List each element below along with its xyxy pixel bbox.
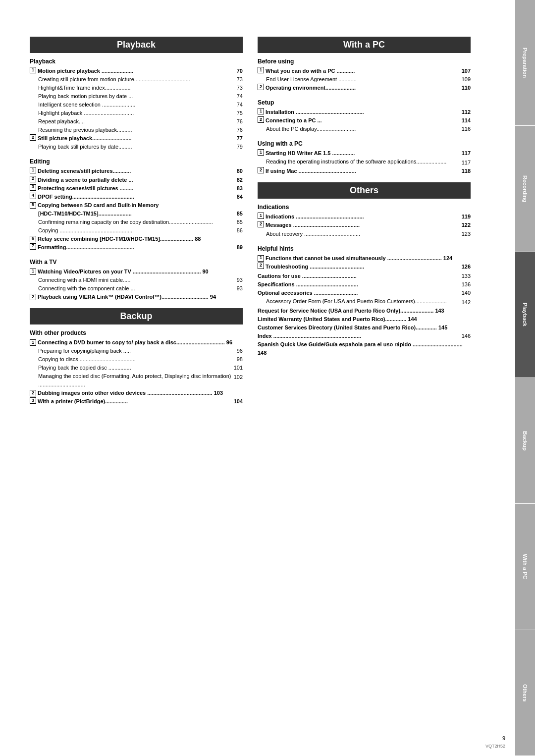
entry-printer: 3 With a printer (PictBridge)...........… xyxy=(30,397,243,406)
entry-resuming: Resuming the previous playback..........… xyxy=(38,126,243,134)
num-tv1: 1 xyxy=(30,269,36,275)
num-h1: 1 xyxy=(258,255,264,262)
num-e7: 7 xyxy=(30,243,36,250)
page-number: 9 xyxy=(502,735,505,741)
entry-request-service: Request for Service Notice (USA and Puer… xyxy=(258,307,471,315)
num-e1: 1 xyxy=(30,167,36,173)
tab-others[interactable]: Others xyxy=(515,630,535,756)
num-i1: 1 xyxy=(258,213,264,219)
tab-others-label: Others xyxy=(522,684,528,702)
entry-hd-writer: 1 Starting HD Writer AE 1.5 ............… xyxy=(258,149,471,158)
entry-repeat: Repeat playback.... 76 xyxy=(38,117,243,126)
entry-indications: 1 Indications ..........................… xyxy=(258,213,471,221)
tab-backup-label: Backup xyxy=(522,431,528,451)
entry-still-by-date: Playing back still pictures by date.....… xyxy=(38,143,243,151)
entry-connecting-pc: 2 Connecting to a PC ... 114 xyxy=(258,116,471,125)
entry-highlight-pb: Highlight playback .....................… xyxy=(38,109,243,117)
num-pc2: 2 xyxy=(258,84,264,90)
others-section: Others Indications 1 Indications .......… xyxy=(258,182,471,357)
tab-playback[interactable]: Playback xyxy=(515,252,535,378)
entry-playing-copied: Playing back the copied disc ...........… xyxy=(38,364,243,372)
sidebar-tabs: Preparation Recording Playback Backup Wi… xyxy=(515,0,535,756)
with-pc-section: With a PC Before using 1 What you can do… xyxy=(258,37,471,175)
num-s1: 1 xyxy=(258,108,264,114)
num-pc1: 1 xyxy=(258,67,264,73)
backup-sub-title: With other products xyxy=(30,329,243,336)
entry-confirming: Confirming remaining capacity on the cop… xyxy=(38,218,243,226)
entry-hdc-tm: [HDC-TM10/HDC-TM15].....................… xyxy=(38,210,243,218)
entry-pc-display: About the PC display....................… xyxy=(266,125,471,133)
entry-intelligent: Intelligent scene selection ............… xyxy=(38,101,243,109)
entry-specifications: Specifications .........................… xyxy=(258,280,471,289)
entry-protecting: 3 Protecting scenes/still pictures .....… xyxy=(30,184,243,193)
entry-watching: 1 Watching Video/Pictures on your TV ...… xyxy=(30,268,243,276)
num-1: 1 xyxy=(30,67,36,73)
indications-sub-title: Indications xyxy=(258,204,471,211)
with-pc-header: With a PC xyxy=(258,37,471,53)
num-e2: 2 xyxy=(30,176,36,182)
entry-operating-env: 2 Operating environment.................… xyxy=(258,84,471,92)
left-column: Playback Playback 1 Motion picture playb… xyxy=(30,30,243,726)
playback-section: Playback Playback 1 Motion picture playb… xyxy=(30,37,243,151)
entry-formatting: 7 Formatting............................… xyxy=(30,243,243,252)
tab-recording-label: Recording xyxy=(522,175,528,202)
num-e4: 4 xyxy=(30,193,36,199)
num-s2: 2 xyxy=(258,116,264,123)
entry-highlight-time: Highlight&Time frame index..............… xyxy=(38,84,243,92)
entry-about-recovery: About recovery .........................… xyxy=(266,230,471,238)
entry-hdmi: Connecting with a HDMI mini cable..... 9… xyxy=(38,276,243,284)
entry-preparing: Preparing for copying/playing back .....… xyxy=(38,347,243,355)
num-e3: 3 xyxy=(30,184,36,191)
num-b2: 2 xyxy=(30,390,36,396)
num-u1: 1 xyxy=(258,149,264,156)
entry-functions-cannot: 1 Functions that cannot be used simultan… xyxy=(258,254,471,263)
with-tv-sub-title: With a TV xyxy=(30,259,243,266)
right-column: With a PC Before using 1 What you can do… xyxy=(258,30,471,726)
entry-reading-ops: Reading the operating instructions of th… xyxy=(266,158,471,167)
tab-backup[interactable]: Backup xyxy=(515,378,535,504)
entry-copying2: Copying ................................… xyxy=(38,226,243,235)
playback-sub-title: Playback xyxy=(30,58,243,65)
backup-section: Backup With other products 1 Connecting … xyxy=(30,308,243,406)
page: Playback Playback 1 Motion picture playb… xyxy=(0,0,535,756)
before-using-sub-title: Before using xyxy=(258,58,471,65)
setup-sub-title: Setup xyxy=(258,99,471,106)
entry-troubleshooting: 2 Troubleshooting ......................… xyxy=(258,263,471,271)
tab-recording[interactable]: Recording xyxy=(515,126,535,252)
num-b3: 3 xyxy=(30,397,36,404)
entry-installation: 1 Installation .........................… xyxy=(258,108,471,116)
num-b1: 1 xyxy=(30,339,36,346)
entry-dvd-burner: 1 Connecting a DVD burner to copy to/ pl… xyxy=(30,338,243,347)
entry-managing: Managing the copied disc (Formatting, Au… xyxy=(38,372,243,389)
entry-copying: 5 Copying between SD card and Built-in M… xyxy=(30,201,243,210)
entry-component: Connecting with the component cable ... … xyxy=(38,284,243,293)
entry-mac: 2 If using Mac .........................… xyxy=(258,167,471,175)
helpful-hints-sub-title: Helpful hints xyxy=(258,245,471,252)
with-tv-section: With a TV 1 Watching Video/Pictures on y… xyxy=(30,259,243,301)
entry-copying-discs: Copying to discs .......................… xyxy=(38,355,243,364)
entry-dubbing: 2 Dubbing images onto other video device… xyxy=(30,389,243,397)
tab-preparation[interactable]: Preparation xyxy=(515,0,535,126)
entry-viera: 2 Playback using VIERA Link™ (HDAVI Cont… xyxy=(30,293,243,301)
tab-with-a-pc[interactable]: With a PC xyxy=(515,504,535,630)
num-h2: 2 xyxy=(258,263,264,269)
others-header: Others xyxy=(258,182,471,199)
entry-limited-warranty: Limited Warranty (United States and Puer… xyxy=(258,315,471,324)
num-i2: 2 xyxy=(258,221,264,227)
entry-still-picture: 2 Still picture playback................… xyxy=(30,134,243,143)
using-pc-sub-title: Using with a PC xyxy=(258,140,471,147)
num-e5: 5 xyxy=(30,202,36,209)
entry-relay: 6 Relay scene combining [HDC-TM10/HDC-TM… xyxy=(30,235,243,243)
entry-spanish-guide: Spanish Quick Use Guide/Guía española pa… xyxy=(258,340,471,357)
page-code: VQT2H52 xyxy=(485,744,505,749)
editing-sub-title: Editing xyxy=(30,158,243,165)
entry-dividing: 2 Dividing a scene to partially delete .… xyxy=(30,176,243,184)
entry-eula: End User License Agreement ............ … xyxy=(266,75,471,84)
num-e6: 6 xyxy=(30,236,36,242)
tab-playback-label: Playback xyxy=(522,303,528,326)
entry-dpof: 4 DPOF setting..........................… xyxy=(30,193,243,201)
tab-preparation-label: Preparation xyxy=(522,48,528,78)
entry-customer-services: Customer Services Directory (United Stat… xyxy=(258,324,471,332)
entry-index: Index ..................................… xyxy=(258,332,471,340)
entry-optional-accessories: Optional accessories ...................… xyxy=(258,289,471,297)
